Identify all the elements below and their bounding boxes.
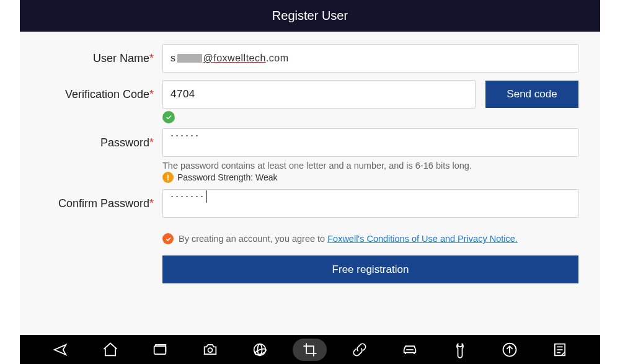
row-password: Password* ······ bbox=[42, 128, 578, 157]
agreement-text: By creating an account, you agree to Fox… bbox=[179, 234, 518, 244]
verification-status bbox=[162, 111, 578, 123]
warning-icon: ! bbox=[162, 172, 174, 183]
verification-input[interactable] bbox=[162, 80, 476, 109]
text-cursor bbox=[206, 190, 207, 203]
required-asterisk: * bbox=[149, 197, 154, 210]
label-username-text: User Name bbox=[93, 52, 149, 64]
row-confirm-password: Confirm Password* ······· bbox=[42, 189, 578, 218]
crop-icon[interactable] bbox=[293, 339, 327, 361]
back-icon[interactable] bbox=[43, 339, 78, 361]
email-domain: @foxwelltech bbox=[203, 53, 266, 64]
upload-icon[interactable] bbox=[493, 339, 527, 361]
label-password: Password* bbox=[42, 136, 156, 149]
email-tld: .com bbox=[266, 53, 289, 64]
label-confirm-password-text: Confirm Password bbox=[58, 197, 149, 210]
agreement-checkbox[interactable] bbox=[162, 233, 174, 244]
label-confirm-password: Confirm Password* bbox=[42, 197, 156, 210]
home-icon[interactable] bbox=[93, 339, 127, 361]
redacted-block bbox=[177, 54, 202, 63]
camera-icon[interactable] bbox=[193, 339, 227, 361]
email-prefix: s bbox=[170, 53, 176, 64]
required-asterisk: * bbox=[149, 136, 154, 149]
recent-apps-icon[interactable] bbox=[143, 339, 177, 361]
required-asterisk: * bbox=[149, 88, 154, 100]
label-verification-text: Verification Code bbox=[65, 88, 149, 100]
agreement-row: By creating an account, you agree to Fox… bbox=[162, 233, 578, 244]
password-hint-row: The password contains at least one lette… bbox=[162, 161, 578, 171]
password-strength-label: Password Strength: Weak bbox=[177, 172, 278, 182]
tool-icon[interactable] bbox=[443, 339, 477, 361]
check-icon bbox=[162, 111, 175, 123]
terms-link[interactable]: Foxwell's Conditions of Use and Privacy … bbox=[327, 234, 518, 244]
car-icon[interactable] bbox=[392, 339, 427, 361]
browser-icon[interactable] bbox=[243, 339, 277, 361]
label-username: User Name* bbox=[42, 52, 156, 65]
app-window: Register User User Name* s @foxwelltech.… bbox=[20, 0, 600, 364]
confirm-password-value: ······· bbox=[170, 190, 205, 202]
agreement-prefix: By creating an account, you agree to bbox=[179, 234, 327, 244]
row-username: User Name* s @foxwelltech.com bbox=[42, 44, 578, 73]
system-navbar bbox=[20, 335, 600, 364]
required-asterisk: * bbox=[149, 52, 154, 64]
registration-form: User Name* s @foxwelltech.com Verificati… bbox=[20, 32, 600, 335]
row-verification: Verification Code* Send code bbox=[42, 80, 578, 109]
send-code-button[interactable]: Send code bbox=[485, 81, 578, 108]
svg-point-4 bbox=[255, 347, 267, 355]
register-button[interactable]: Free registration bbox=[162, 255, 578, 283]
label-password-text: Password bbox=[100, 136, 149, 149]
username-input[interactable]: s @foxwelltech.com bbox=[162, 44, 578, 73]
link-icon[interactable] bbox=[343, 339, 377, 361]
form-icon[interactable] bbox=[542, 339, 577, 361]
password-input[interactable]: ······ bbox=[162, 128, 578, 157]
page-title: Register User bbox=[20, 0, 600, 32]
password-hint: The password contains at least one lette… bbox=[162, 161, 472, 171]
svg-point-1 bbox=[208, 348, 212, 352]
confirm-password-input[interactable]: ······· bbox=[162, 189, 578, 218]
password-strength-row: ! Password Strength: Weak bbox=[162, 172, 578, 183]
svg-rect-0 bbox=[154, 346, 166, 354]
label-verification: Verification Code* bbox=[42, 88, 156, 101]
